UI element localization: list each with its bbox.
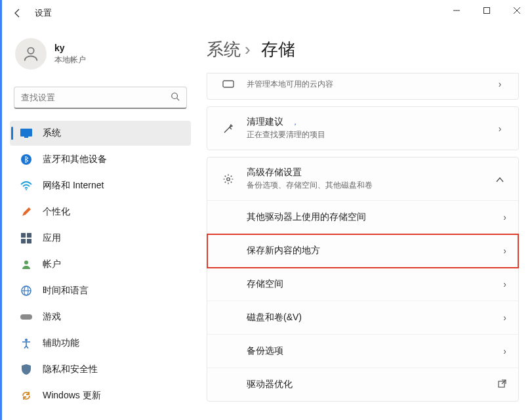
sub-item-label: 磁盘和卷(&V) (247, 312, 302, 324)
nav-label: 系统 (43, 127, 61, 139)
card-title: 高级存储设置 (247, 167, 493, 178)
svg-point-20 (227, 177, 230, 180)
sub-item-label: 保存新内容的地方 (247, 245, 320, 257)
nav-item-gaming[interactable]: 游戏 (10, 304, 191, 329)
svg-rect-1 (484, 8, 490, 14)
svg-rect-10 (27, 233, 31, 238)
adv-item-other-drives[interactable]: 其他驱动器上使用的存储空间 › (207, 201, 518, 234)
brush-icon (19, 206, 33, 218)
svg-rect-6 (24, 136, 28, 138)
app-title: 设置 (35, 7, 52, 19)
adv-item-backup[interactable]: 备份选项 › (207, 335, 518, 368)
svg-point-18 (25, 339, 28, 341)
update-icon (19, 390, 33, 401)
nav-label: 时间和语言 (43, 285, 89, 297)
nav-label: 蓝牙和其他设备 (43, 154, 107, 165)
globe-icon (19, 285, 33, 296)
nav-item-system[interactable]: 系统 (10, 121, 191, 146)
adv-item-disks-volumes[interactable]: 磁盘和卷(&V) › (207, 301, 518, 335)
breadcrumb-current: 存储 (261, 38, 295, 61)
external-link-icon (498, 379, 506, 390)
sub-item-label: 备份选项 (247, 345, 283, 357)
nav-item-apps[interactable]: 应用 (10, 226, 191, 251)
search-box[interactable] (14, 87, 187, 109)
svg-rect-17 (20, 314, 32, 320)
adv-item-storage-spaces[interactable]: 存储空间 › (207, 268, 518, 301)
nav-item-bluetooth[interactable]: 蓝牙和其他设备 (10, 147, 191, 172)
user-name: ky (54, 43, 86, 53)
nav-list: 系统 蓝牙和其他设备 网络和 Internet 个性化 应用 帐户 (10, 121, 191, 408)
svg-rect-12 (27, 239, 31, 243)
maximize-button[interactable] (472, 0, 502, 21)
gear-icon (219, 173, 237, 185)
chevron-up-icon (493, 174, 506, 184)
nav-item-privacy[interactable]: 隐私和安全性 (10, 357, 191, 382)
user-block[interactable]: ky 本地帐户 (10, 33, 191, 80)
sidebar: ky 本地帐户 系统 蓝牙和其他设备 网络和 Internet (2, 26, 199, 420)
main-panel: 系统 › 存储 并管理本地可用的云内容 › 清理建议， 正在查找要清理的项目 › (199, 26, 532, 420)
nav-label: 帐户 (43, 259, 61, 270)
nav-item-windows-update[interactable]: Windows 更新 (10, 383, 191, 408)
accessibility-icon (19, 338, 33, 348)
user-account-type: 本地帐户 (54, 54, 86, 66)
chevron-right-icon: › (503, 245, 506, 256)
cloud-icon (219, 79, 237, 89)
wifi-icon (19, 181, 33, 190)
nav-label: 网络和 Internet (43, 180, 104, 192)
card-sub: 正在查找要清理的项目 (247, 129, 493, 140)
avatar (15, 38, 47, 70)
card-sub: 备份选项、存储空间、其他磁盘和卷 (247, 180, 493, 191)
search-input[interactable] (21, 93, 171, 102)
chevron-right-icon: › (493, 79, 506, 89)
breadcrumb-sep: › (245, 39, 251, 60)
system-icon (19, 129, 33, 138)
card-title: 清理建议 (247, 116, 283, 127)
back-button[interactable] (7, 3, 28, 24)
user-icon (19, 259, 33, 270)
nav-item-accounts[interactable]: 帐户 (10, 252, 191, 277)
nav-item-personalization[interactable]: 个性化 (10, 200, 191, 224)
chevron-right-icon: › (493, 123, 506, 134)
svg-line-4 (177, 98, 180, 101)
bluetooth-icon (19, 154, 33, 165)
sub-item-label: 其他驱动器上使用的存储空间 (247, 211, 366, 223)
card-cloud-content[interactable]: 并管理本地可用的云内容 › (207, 73, 519, 100)
chevron-right-icon: › (503, 212, 506, 222)
nav-item-accessibility[interactable]: 辅助功能 (10, 331, 191, 356)
sub-item-label: 存储空间 (247, 278, 283, 290)
nav-label: 游戏 (43, 311, 61, 323)
nav-label: Windows 更新 (43, 390, 101, 402)
svg-rect-5 (20, 129, 32, 136)
breadcrumb-parent[interactable]: 系统 (207, 38, 241, 61)
adv-item-drive-optimize[interactable]: 驱动器优化 (207, 368, 518, 401)
card-advanced-storage: 高级存储设置 备份选项、存储空间、其他磁盘和卷 其他驱动器上使用的存储空间 › … (207, 157, 519, 402)
adv-item-save-location[interactable]: 保存新内容的地方 › (207, 234, 518, 268)
nav-label: 个性化 (43, 206, 70, 218)
chevron-right-icon: › (503, 346, 506, 356)
card-sub: 并管理本地可用的云内容 (247, 79, 493, 90)
svg-point-8 (26, 189, 27, 190)
nav-label: 应用 (43, 232, 61, 244)
card-advanced-header[interactable]: 高级存储设置 备份选项、存储空间、其他磁盘和卷 (207, 158, 518, 200)
shield-icon (19, 364, 33, 375)
nav-item-network[interactable]: 网络和 Internet (10, 173, 191, 198)
loading-indicator: ， (291, 117, 299, 127)
nav-label: 辅助功能 (43, 337, 79, 349)
chevron-right-icon: › (503, 279, 506, 289)
close-button[interactable] (502, 0, 532, 21)
svg-point-13 (24, 261, 28, 264)
nav-label: 隐私和安全性 (43, 364, 98, 375)
svg-point-3 (172, 93, 178, 99)
gamepad-icon (19, 313, 33, 321)
svg-point-2 (28, 48, 33, 54)
breadcrumb: 系统 › 存储 (207, 38, 519, 61)
nav-item-time-language[interactable]: 时间和语言 (10, 278, 191, 303)
card-cleanup[interactable]: 清理建议， 正在查找要清理的项目 › (207, 106, 519, 150)
search-icon (171, 92, 180, 103)
apps-icon (19, 233, 33, 243)
sub-item-label: 驱动器优化 (247, 379, 293, 390)
svg-rect-9 (21, 233, 26, 238)
svg-rect-11 (21, 239, 26, 243)
svg-rect-19 (223, 81, 234, 87)
minimize-button[interactable] (441, 0, 472, 21)
